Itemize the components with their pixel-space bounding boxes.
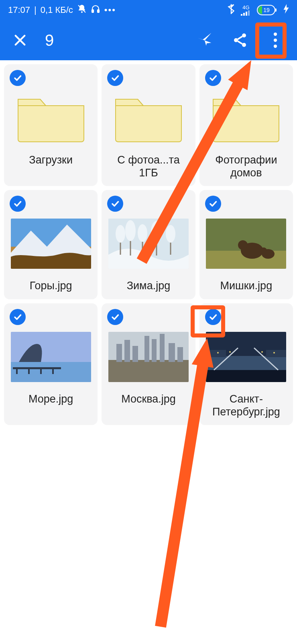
selection-check-icon[interactable] [205,70,221,86]
signal-4g-icon: 4G [241,5,251,16]
svg-rect-7 [248,10,250,16]
svg-rect-6 [246,12,247,16]
file-name: Мишки.jpg [218,279,274,293]
status-ellipsis-icon: ••• [104,5,116,15]
bluetooth-icon [227,4,235,16]
file-name: Москва.jpg [120,393,177,406]
svg-rect-2 [92,10,94,12]
headphones-icon [91,4,100,16]
status-time: 17:07 [8,5,30,15]
close-selection-button[interactable] [12,32,28,48]
file-tile[interactable]: Санкт-Петербург.jpg [199,303,293,425]
svg-point-16 [274,45,277,48]
svg-point-13 [242,43,246,47]
file-tile[interactable]: Море.jpg [4,303,98,425]
svg-point-26 [125,220,136,241]
svg-point-33 [238,240,248,250]
selection-app-bar: 9 [0,20,297,60]
selection-check-icon[interactable] [10,196,26,212]
svg-rect-9 [275,8,277,12]
svg-rect-44 [116,344,122,362]
selection-check-icon[interactable] [10,70,26,86]
photo-thumbnail [206,216,286,272]
photo-thumbnail [206,329,286,385]
folder-icon [108,90,189,146]
svg-rect-3 [98,10,99,12]
file-name: С фотоа...та 1ГБ [105,153,192,180]
folder-tile[interactable]: Фотографии домов [199,64,293,186]
more-menu-button[interactable] [266,31,285,50]
selection-count: 9 [45,31,54,49]
status-netrate: 0,1 КБ/с [41,5,73,15]
bell-off-icon [77,4,87,16]
file-tile[interactable]: Зима.jpg [102,190,195,299]
svg-point-15 [274,39,277,42]
photo-thumbnail [108,216,189,272]
svg-rect-43 [108,360,189,382]
share-button[interactable] [230,31,250,50]
file-tile[interactable]: Москва.jpg [102,303,195,425]
selection-check-icon[interactable] [107,309,123,325]
selection-check-icon[interactable] [107,196,123,212]
battery-icon: 19 [257,5,278,15]
folder-icon [206,90,286,146]
svg-rect-50 [169,343,175,362]
file-grid: ЗагрузкиС фотоа...та 1ГБФотографии домов… [0,60,297,425]
file-tile[interactable]: Горы.jpg [4,190,98,299]
charging-bolt-icon [283,4,289,16]
selection-check-icon[interactable] [205,309,221,325]
svg-point-12 [234,38,238,42]
file-name: Море.jpg [27,393,75,406]
svg-point-29 [166,225,175,243]
photo-thumbnail [11,216,91,272]
svg-point-59 [261,351,263,353]
svg-rect-4 [241,14,242,16]
offline-button[interactable] [195,31,214,50]
svg-point-11 [242,33,246,37]
svg-point-58 [229,351,231,353]
svg-rect-54 [206,370,286,382]
svg-rect-45 [124,340,130,362]
selection-check-icon[interactable] [205,196,221,212]
status-sep: | [34,5,37,15]
folder-icon [11,90,91,146]
svg-text:19: 19 [263,7,270,13]
svg-point-35 [260,247,267,254]
photo-thumbnail [108,329,189,385]
svg-point-25 [116,225,125,243]
file-name: Фотографии домов [203,153,290,180]
svg-rect-49 [160,334,165,362]
file-tile[interactable]: Мишки.jpg [199,190,293,299]
svg-rect-5 [243,13,245,16]
photo-thumbnail [11,329,91,385]
svg-point-27 [138,224,147,242]
svg-rect-55 [206,350,226,357]
file-name: Загрузки [27,153,74,167]
svg-rect-56 [266,350,286,357]
svg-rect-46 [132,346,138,362]
svg-rect-48 [152,339,157,362]
svg-rect-51 [177,347,183,362]
folder-tile[interactable]: Загрузки [4,64,98,186]
status-bar: 17:07 | 0,1 КБ/с ••• 4G 19 [0,0,297,20]
svg-point-57 [217,352,219,354]
svg-point-60 [273,352,275,354]
file-name: Горы.jpg [28,279,74,293]
selection-check-icon[interactable] [10,309,26,325]
selection-check-icon[interactable] [107,70,123,86]
svg-point-0 [81,11,83,13]
file-name: Санкт-Петербург.jpg [203,393,290,419]
svg-point-28 [151,221,162,242]
file-name: Зима.jpg [125,279,172,293]
svg-rect-47 [144,336,149,362]
folder-tile[interactable]: С фотоа...та 1ГБ [102,64,195,186]
svg-rect-53 [206,356,286,370]
svg-point-14 [274,33,277,36]
